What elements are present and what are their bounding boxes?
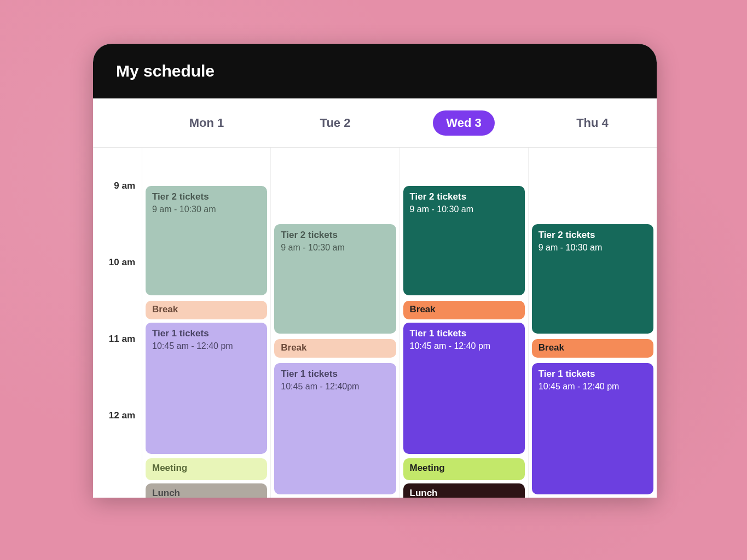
event-title: Tier 2 tickets	[281, 230, 389, 241]
event-tier2[interactable]: Tier 2 tickets 9 am - 10:30 am	[532, 224, 653, 334]
day-label: Tue 2	[307, 110, 364, 136]
event-tier1[interactable]: Tier 1 tickets 10:45 am - 12:40pm	[274, 363, 396, 494]
time-label-12am: 12 am	[109, 410, 135, 421]
event-break[interactable]: Break	[403, 301, 525, 319]
event-tier1[interactable]: Tier 1 tickets 10:45 am - 12:40 pm	[532, 363, 653, 494]
event-title: Tier 2 tickets	[152, 191, 260, 202]
page-title: My schedule	[116, 62, 215, 80]
event-time: 10:45 am - 12:40 pm	[410, 341, 518, 351]
event-title: Break	[152, 304, 260, 315]
titlebar: My schedule	[93, 44, 657, 98]
event-meeting[interactable]: Meeting	[146, 458, 267, 480]
event-time: 9 am - 10:30 am	[538, 243, 647, 253]
day-columns: Tier 2 tickets 9 am - 10:30 am Break Tie…	[142, 148, 657, 498]
day-label: Mon 1	[176, 110, 238, 136]
event-meeting[interactable]: Meeting	[403, 458, 525, 480]
event-title: Break	[538, 342, 647, 353]
event-tier1[interactable]: Tier 1 tickets 10:45 am - 12:40 pm	[146, 323, 267, 454]
event-title: Lunch	[410, 488, 518, 498]
event-title: Meeting	[152, 463, 260, 474]
event-tier2[interactable]: Tier 2 tickets 9 am - 10:30 am	[146, 186, 267, 295]
event-time: 10:45 am - 12:40 pm	[538, 382, 647, 392]
event-break[interactable]: Break	[146, 301, 267, 319]
time-axis: 9 am 10 am 11 am 12 am	[93, 148, 142, 498]
event-break[interactable]: Break	[532, 339, 653, 358]
event-title: Tier 1 tickets	[538, 369, 647, 380]
event-title: Tier 2 tickets	[410, 191, 518, 202]
event-break[interactable]: Break	[274, 339, 396, 358]
day-header-thu[interactable]: Thu 4	[528, 98, 657, 147]
event-title: Break	[281, 342, 389, 353]
day-header-wed[interactable]: Wed 3	[399, 98, 528, 147]
event-title: Lunch	[152, 488, 260, 498]
event-time: 9 am - 10:30 am	[410, 205, 518, 214]
day-label: Thu 4	[563, 110, 622, 136]
event-time: 10:45 am - 12:40pm	[281, 382, 389, 392]
event-tier2[interactable]: Tier 2 tickets 9 am - 10:30 am	[403, 186, 525, 295]
event-title: Tier 1 tickets	[152, 328, 260, 339]
schedule-window: My schedule Mon 1 Tue 2 Wed 3 Thu 4 9 am…	[93, 44, 657, 498]
time-label-11am: 11 am	[109, 334, 135, 345]
calendar-grid: 9 am 10 am 11 am 12 am Tier 2 tickets 9 …	[93, 148, 657, 498]
day-header-tue[interactable]: Tue 2	[271, 98, 399, 147]
event-title: Break	[410, 304, 518, 315]
event-tier2[interactable]: Tier 2 tickets 9 am - 10:30 am	[274, 224, 396, 334]
event-tier1[interactable]: Tier 1 tickets 10:45 am - 12:40 pm	[403, 323, 525, 454]
event-title: Tier 2 tickets	[538, 230, 647, 241]
event-lunch[interactable]: Lunch	[403, 483, 525, 498]
day-col-wed: Tier 2 tickets 9 am - 10:30 am Break Tie…	[400, 148, 529, 498]
day-label: Wed 3	[433, 110, 494, 136]
event-lunch[interactable]: Lunch	[146, 483, 267, 498]
day-header-mon[interactable]: Mon 1	[142, 98, 271, 147]
event-time: 9 am - 10:30 am	[281, 243, 389, 253]
time-label-10am: 10 am	[109, 257, 135, 268]
event-title: Tier 1 tickets	[410, 328, 518, 339]
day-col-mon: Tier 2 tickets 9 am - 10:30 am Break Tie…	[142, 148, 271, 498]
event-time: 9 am - 10:30 am	[152, 205, 260, 214]
time-label-9am: 9 am	[114, 180, 135, 191]
day-col-tue: Tier 2 tickets 9 am - 10:30 am Break Tie…	[271, 148, 399, 498]
day-col-thu: Tier 2 tickets 9 am - 10:30 am Break Tie…	[529, 148, 657, 498]
event-title: Tier 1 tickets	[281, 369, 389, 380]
day-header-row: Mon 1 Tue 2 Wed 3 Thu 4	[93, 98, 657, 148]
event-title: Meeting	[410, 463, 518, 474]
event-time: 10:45 am - 12:40 pm	[152, 341, 260, 351]
